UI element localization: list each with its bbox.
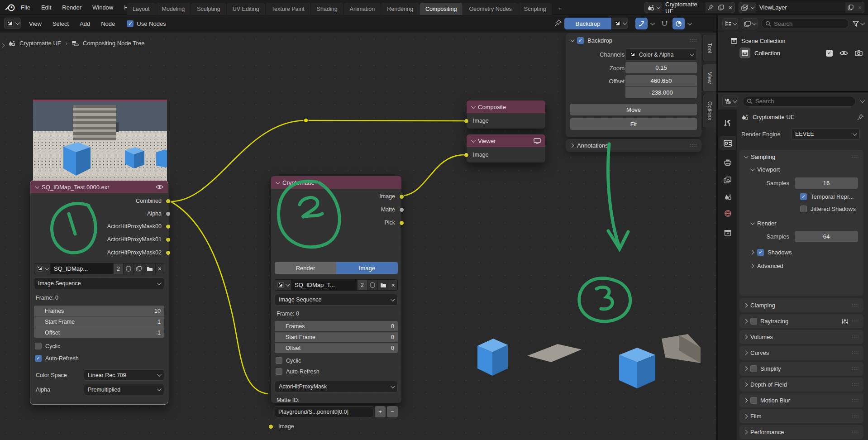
annotation-digit-3 xyxy=(596,287,612,309)
viewlayer-icon[interactable] xyxy=(739,2,756,13)
panel-performance[interactable]: Performance∷∷ xyxy=(739,425,863,439)
node-editor[interactable]: Cryptomatte UE › Compositing Node Tree xyxy=(0,33,717,440)
panel-depth-of-field[interactable]: Depth of Field∷∷ xyxy=(739,378,863,392)
viewlayer-name[interactable]: ViewLayer xyxy=(756,2,845,13)
properties-search-placeholder: Search xyxy=(755,98,774,105)
tab-world-properties[interactable] xyxy=(720,206,736,220)
outliner-row-scene-collection[interactable]: Scene Collection xyxy=(718,35,868,47)
simplify-checkbox[interactable] xyxy=(750,365,757,372)
menu-render[interactable]: Render xyxy=(57,0,87,15)
tab-viewlayer-properties[interactable] xyxy=(720,173,736,187)
tab-texture-paint[interactable]: Texture Paint xyxy=(266,3,311,15)
panel-motion-blur[interactable]: Motion Blur∷∷ xyxy=(739,393,863,407)
use-nodes-checkbox[interactable]: ✓ xyxy=(127,20,134,27)
scene-name[interactable]: Cryptomatte UE xyxy=(662,2,706,13)
render-samples-row: Samples 64 xyxy=(739,229,863,244)
outliner-search-input[interactable]: Search xyxy=(761,18,849,29)
hide-eye-icon[interactable] xyxy=(839,50,848,56)
menu-view[interactable]: View xyxy=(24,16,47,31)
properties-display-dropdown[interactable] xyxy=(722,96,738,107)
menu-edit[interactable]: Edit xyxy=(36,0,57,15)
panel-raytracing[interactable]: Raytracing ∷∷ xyxy=(739,314,863,328)
panel-simplify[interactable]: Simplify∷∷ xyxy=(739,362,863,376)
remove-viewlayer-button[interactable]: × xyxy=(856,2,864,13)
outliner-filter-dropdown[interactable] xyxy=(853,21,863,27)
backdrop-toggle-button[interactable]: Backdrop xyxy=(564,18,611,29)
advanced-subpanel-header[interactable]: Advanced xyxy=(739,258,863,271)
properties-breadcrumb-scene[interactable]: Cryptomatte UE xyxy=(753,114,853,120)
jittered-toggle[interactable]: Jittered Shadows xyxy=(739,203,863,215)
gizmo-toggle-button[interactable] xyxy=(635,18,648,29)
tab-layout[interactable]: Layout xyxy=(127,3,156,15)
tab-geometry-nodes[interactable]: Geometry Nodes xyxy=(463,3,518,15)
tab-output-properties[interactable] xyxy=(720,155,736,170)
disable-render-camera-icon[interactable] xyxy=(855,50,863,56)
outliner-header: Search xyxy=(718,15,868,32)
scene-selector: Cryptomatte UE × xyxy=(644,2,735,13)
render-subpanel-header[interactable]: Render xyxy=(739,215,863,229)
funnel-icon xyxy=(853,21,859,27)
raytracing-checkbox[interactable] xyxy=(750,318,757,325)
temporal-toggle[interactable]: ✓ Temporal Repr... xyxy=(739,191,863,203)
tab-uv-editing[interactable]: UV Editing xyxy=(227,3,266,15)
tab-render-properties[interactable] xyxy=(720,136,736,150)
sampling-panel: Sampling ∷∷ Viewport Samples 16 ✓ Tempor… xyxy=(739,150,863,296)
collection-exclude-checkbox[interactable]: ✓ xyxy=(826,50,833,57)
properties-options-dropdown[interactable] xyxy=(860,98,865,103)
render-engine-dropdown[interactable]: EEVEE xyxy=(791,128,860,140)
temporal-checkbox[interactable]: ✓ xyxy=(800,193,807,200)
viewport-subpanel-header[interactable]: Viewport xyxy=(739,163,863,175)
menu-add[interactable]: Add xyxy=(74,16,95,31)
compositor-header: View Select Add Node ✓ Use Nodes Backdro… xyxy=(0,15,717,32)
tab-tool-properties[interactable] xyxy=(720,116,736,130)
unlink-scene-button[interactable]: × xyxy=(726,2,734,13)
new-scene-button[interactable] xyxy=(716,2,726,13)
properties-search-input[interactable]: Search xyxy=(743,96,856,107)
outliner-filter-image-dropdown[interactable] xyxy=(742,18,758,29)
panel-film[interactable]: Film∷∷ xyxy=(739,409,863,423)
gizmo-dropdown[interactable] xyxy=(649,18,655,29)
tab-compositing[interactable]: Compositing xyxy=(420,3,463,15)
samples-label: Samples xyxy=(745,180,795,187)
tab-scene-properties[interactable] xyxy=(720,190,736,204)
overlays-toggle-button[interactable] xyxy=(672,18,685,29)
use-nodes-toggle[interactable]: ✓ Use Nodes xyxy=(127,20,166,27)
tab-modeling[interactable]: Modeling xyxy=(156,3,191,15)
tab-collection-properties[interactable] xyxy=(720,225,736,240)
menu-node[interactable]: Node xyxy=(95,16,120,31)
sampling-panel-header[interactable]: Sampling ∷∷ xyxy=(739,150,863,163)
outliner-display-mode-dropdown[interactable] xyxy=(722,18,738,29)
panel-clamping[interactable]: Clamping∷∷ xyxy=(739,298,863,312)
outliner-row-collection[interactable]: Collection ✓ xyxy=(718,47,868,59)
backdrop-channels-dropdown[interactable] xyxy=(612,18,628,29)
shadows-checkbox[interactable]: ✓ xyxy=(757,249,764,256)
printer-icon xyxy=(724,159,732,166)
menu-window[interactable]: Window xyxy=(87,0,119,15)
scene-icon[interactable] xyxy=(645,2,662,13)
add-workspace-button[interactable]: + xyxy=(553,3,568,15)
pin-icon[interactable] xyxy=(857,114,863,120)
overlays-dropdown[interactable] xyxy=(686,18,692,29)
new-viewlayer-button[interactable] xyxy=(845,2,856,13)
motion-blur-checkbox[interactable] xyxy=(750,397,757,404)
panel-volumes[interactable]: Volumes∷∷ xyxy=(739,330,863,344)
blender-logo-icon[interactable] xyxy=(5,3,15,12)
tab-sculpting[interactable]: Sculpting xyxy=(191,3,226,15)
viewport-samples-field[interactable]: 16 xyxy=(795,177,858,189)
snap-magnet-icon[interactable] xyxy=(658,18,670,29)
pin-icon[interactable] xyxy=(554,19,562,27)
tab-scripting[interactable]: Scripting xyxy=(518,3,553,15)
menu-select[interactable]: Select xyxy=(47,16,74,31)
menu-file[interactable]: File xyxy=(15,0,36,15)
tab-animation[interactable]: Animation xyxy=(344,3,382,15)
pin-icon[interactable] xyxy=(706,2,716,13)
render-samples-field[interactable]: 64 xyxy=(795,231,858,242)
jittered-checkbox[interactable] xyxy=(800,206,807,212)
editor-type-dropdown[interactable] xyxy=(4,18,21,29)
drag-dots[interactable]: ∷∷ xyxy=(852,154,859,160)
sliders-icon[interactable] xyxy=(841,318,849,325)
tab-shading[interactable]: Shading xyxy=(311,3,344,15)
shadows-subpanel-header[interactable]: ✓ Shadows xyxy=(739,244,863,258)
tab-rendering[interactable]: Rendering xyxy=(381,3,420,15)
panel-curves[interactable]: Curves∷∷ xyxy=(739,346,863,360)
